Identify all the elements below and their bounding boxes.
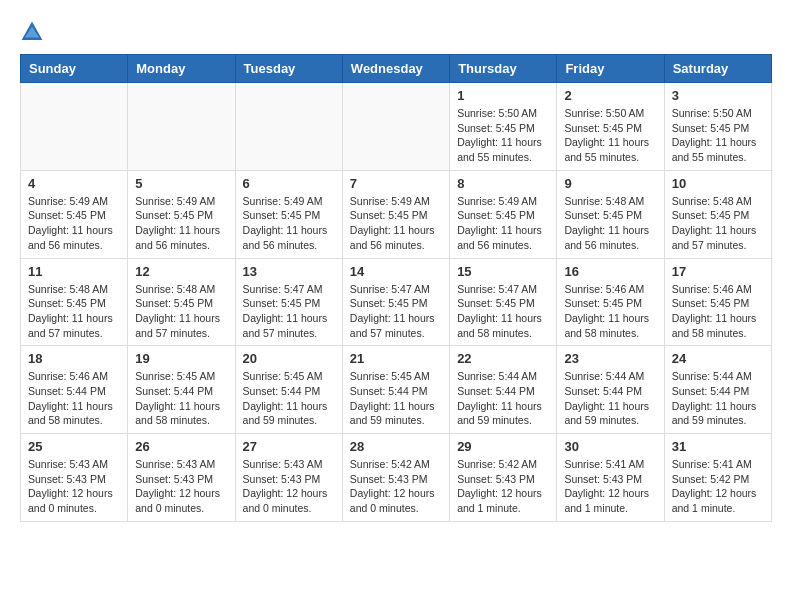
week-row-2: 4Sunrise: 5:49 AM Sunset: 5:45 PM Daylig… [21, 170, 772, 258]
day-info: Sunrise: 5:43 AM Sunset: 5:43 PM Dayligh… [28, 457, 120, 516]
days-of-week-row: SundayMondayTuesdayWednesdayThursdayFrid… [21, 55, 772, 83]
calendar-cell: 25Sunrise: 5:43 AM Sunset: 5:43 PM Dayli… [21, 434, 128, 522]
day-number: 17 [672, 264, 764, 279]
day-number: 15 [457, 264, 549, 279]
day-info: Sunrise: 5:50 AM Sunset: 5:45 PM Dayligh… [457, 106, 549, 165]
calendar-cell: 15Sunrise: 5:47 AM Sunset: 5:45 PM Dayli… [450, 258, 557, 346]
day-number: 6 [243, 176, 335, 191]
day-number: 5 [135, 176, 227, 191]
week-row-5: 25Sunrise: 5:43 AM Sunset: 5:43 PM Dayli… [21, 434, 772, 522]
day-of-week-tuesday: Tuesday [235, 55, 342, 83]
day-info: Sunrise: 5:44 AM Sunset: 5:44 PM Dayligh… [457, 369, 549, 428]
day-info: Sunrise: 5:46 AM Sunset: 5:45 PM Dayligh… [564, 282, 656, 341]
day-number: 29 [457, 439, 549, 454]
day-info: Sunrise: 5:46 AM Sunset: 5:45 PM Dayligh… [672, 282, 764, 341]
day-number: 11 [28, 264, 120, 279]
day-number: 9 [564, 176, 656, 191]
day-number: 8 [457, 176, 549, 191]
logo-icon [20, 20, 44, 44]
calendar-cell: 17Sunrise: 5:46 AM Sunset: 5:45 PM Dayli… [664, 258, 771, 346]
day-info: Sunrise: 5:47 AM Sunset: 5:45 PM Dayligh… [457, 282, 549, 341]
day-info: Sunrise: 5:48 AM Sunset: 5:45 PM Dayligh… [135, 282, 227, 341]
logo [20, 20, 48, 44]
day-of-week-monday: Monday [128, 55, 235, 83]
calendar-cell: 10Sunrise: 5:48 AM Sunset: 5:45 PM Dayli… [664, 170, 771, 258]
day-number: 7 [350, 176, 442, 191]
day-number: 20 [243, 351, 335, 366]
day-number: 31 [672, 439, 764, 454]
day-of-week-friday: Friday [557, 55, 664, 83]
calendar-cell: 24Sunrise: 5:44 AM Sunset: 5:44 PM Dayli… [664, 346, 771, 434]
calendar-cell: 11Sunrise: 5:48 AM Sunset: 5:45 PM Dayli… [21, 258, 128, 346]
day-info: Sunrise: 5:42 AM Sunset: 5:43 PM Dayligh… [457, 457, 549, 516]
day-number: 28 [350, 439, 442, 454]
day-info: Sunrise: 5:47 AM Sunset: 5:45 PM Dayligh… [350, 282, 442, 341]
week-row-4: 18Sunrise: 5:46 AM Sunset: 5:44 PM Dayli… [21, 346, 772, 434]
calendar-cell: 31Sunrise: 5:41 AM Sunset: 5:42 PM Dayli… [664, 434, 771, 522]
calendar-cell: 20Sunrise: 5:45 AM Sunset: 5:44 PM Dayli… [235, 346, 342, 434]
day-info: Sunrise: 5:49 AM Sunset: 5:45 PM Dayligh… [135, 194, 227, 253]
day-info: Sunrise: 5:47 AM Sunset: 5:45 PM Dayligh… [243, 282, 335, 341]
calendar-cell: 29Sunrise: 5:42 AM Sunset: 5:43 PM Dayli… [450, 434, 557, 522]
calendar-header: SundayMondayTuesdayWednesdayThursdayFrid… [21, 55, 772, 83]
calendar-cell: 21Sunrise: 5:45 AM Sunset: 5:44 PM Dayli… [342, 346, 449, 434]
day-number: 21 [350, 351, 442, 366]
day-number: 10 [672, 176, 764, 191]
day-info: Sunrise: 5:49 AM Sunset: 5:45 PM Dayligh… [243, 194, 335, 253]
calendar-cell: 6Sunrise: 5:49 AM Sunset: 5:45 PM Daylig… [235, 170, 342, 258]
day-number: 18 [28, 351, 120, 366]
day-number: 3 [672, 88, 764, 103]
day-info: Sunrise: 5:49 AM Sunset: 5:45 PM Dayligh… [457, 194, 549, 253]
day-info: Sunrise: 5:41 AM Sunset: 5:43 PM Dayligh… [564, 457, 656, 516]
day-info: Sunrise: 5:42 AM Sunset: 5:43 PM Dayligh… [350, 457, 442, 516]
week-row-3: 11Sunrise: 5:48 AM Sunset: 5:45 PM Dayli… [21, 258, 772, 346]
day-number: 12 [135, 264, 227, 279]
day-info: Sunrise: 5:44 AM Sunset: 5:44 PM Dayligh… [564, 369, 656, 428]
calendar-cell: 2Sunrise: 5:50 AM Sunset: 5:45 PM Daylig… [557, 83, 664, 171]
day-info: Sunrise: 5:45 AM Sunset: 5:44 PM Dayligh… [350, 369, 442, 428]
day-number: 23 [564, 351, 656, 366]
calendar-cell [235, 83, 342, 171]
calendar-cell: 7Sunrise: 5:49 AM Sunset: 5:45 PM Daylig… [342, 170, 449, 258]
calendar-body: 1Sunrise: 5:50 AM Sunset: 5:45 PM Daylig… [21, 83, 772, 522]
day-number: 25 [28, 439, 120, 454]
day-info: Sunrise: 5:48 AM Sunset: 5:45 PM Dayligh… [672, 194, 764, 253]
calendar-cell: 3Sunrise: 5:50 AM Sunset: 5:45 PM Daylig… [664, 83, 771, 171]
day-number: 22 [457, 351, 549, 366]
day-info: Sunrise: 5:50 AM Sunset: 5:45 PM Dayligh… [672, 106, 764, 165]
week-row-1: 1Sunrise: 5:50 AM Sunset: 5:45 PM Daylig… [21, 83, 772, 171]
calendar-cell [128, 83, 235, 171]
calendar-cell: 28Sunrise: 5:42 AM Sunset: 5:43 PM Dayli… [342, 434, 449, 522]
calendar-cell: 16Sunrise: 5:46 AM Sunset: 5:45 PM Dayli… [557, 258, 664, 346]
calendar-table: SundayMondayTuesdayWednesdayThursdayFrid… [20, 54, 772, 522]
day-number: 24 [672, 351, 764, 366]
day-number: 4 [28, 176, 120, 191]
calendar-cell: 30Sunrise: 5:41 AM Sunset: 5:43 PM Dayli… [557, 434, 664, 522]
page-header [20, 20, 772, 44]
day-number: 19 [135, 351, 227, 366]
day-info: Sunrise: 5:44 AM Sunset: 5:44 PM Dayligh… [672, 369, 764, 428]
calendar-cell: 14Sunrise: 5:47 AM Sunset: 5:45 PM Dayli… [342, 258, 449, 346]
calendar-cell: 9Sunrise: 5:48 AM Sunset: 5:45 PM Daylig… [557, 170, 664, 258]
day-number: 14 [350, 264, 442, 279]
calendar-cell: 1Sunrise: 5:50 AM Sunset: 5:45 PM Daylig… [450, 83, 557, 171]
day-info: Sunrise: 5:45 AM Sunset: 5:44 PM Dayligh… [135, 369, 227, 428]
calendar-cell: 27Sunrise: 5:43 AM Sunset: 5:43 PM Dayli… [235, 434, 342, 522]
day-of-week-wednesday: Wednesday [342, 55, 449, 83]
calendar-cell: 12Sunrise: 5:48 AM Sunset: 5:45 PM Dayli… [128, 258, 235, 346]
day-number: 1 [457, 88, 549, 103]
day-info: Sunrise: 5:43 AM Sunset: 5:43 PM Dayligh… [243, 457, 335, 516]
calendar-cell: 22Sunrise: 5:44 AM Sunset: 5:44 PM Dayli… [450, 346, 557, 434]
day-info: Sunrise: 5:45 AM Sunset: 5:44 PM Dayligh… [243, 369, 335, 428]
calendar-cell: 8Sunrise: 5:49 AM Sunset: 5:45 PM Daylig… [450, 170, 557, 258]
calendar-cell: 4Sunrise: 5:49 AM Sunset: 5:45 PM Daylig… [21, 170, 128, 258]
day-number: 16 [564, 264, 656, 279]
day-of-week-saturday: Saturday [664, 55, 771, 83]
calendar-cell: 18Sunrise: 5:46 AM Sunset: 5:44 PM Dayli… [21, 346, 128, 434]
day-number: 26 [135, 439, 227, 454]
day-number: 2 [564, 88, 656, 103]
calendar-cell: 23Sunrise: 5:44 AM Sunset: 5:44 PM Dayli… [557, 346, 664, 434]
day-info: Sunrise: 5:50 AM Sunset: 5:45 PM Dayligh… [564, 106, 656, 165]
calendar-cell [342, 83, 449, 171]
calendar-cell: 26Sunrise: 5:43 AM Sunset: 5:43 PM Dayli… [128, 434, 235, 522]
